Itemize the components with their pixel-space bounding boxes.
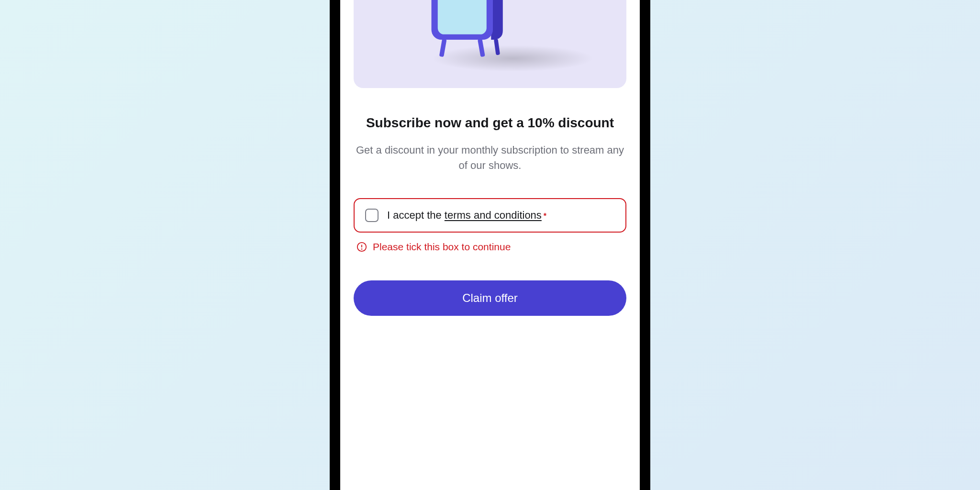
required-asterisk: * [544,212,546,220]
error-message-row: Please tick this box to continue [356,241,626,253]
terms-link[interactable]: terms and conditions [445,209,542,221]
alert-circle-icon [356,242,367,252]
hero-illustration-panel [354,0,626,88]
app-screen: Subscribe now and get a 10% discount Get… [340,0,640,490]
consent-label-wrap: I accept the terms and conditions* [387,209,546,222]
offer-subhead: Get a discount in your monthly subscript… [356,143,624,173]
claim-offer-button[interactable]: Claim offer [354,280,626,316]
accept-terms-checkbox[interactable] [365,209,379,222]
tv-icon [423,0,557,67]
svg-rect-2 [439,38,447,57]
consent-field[interactable]: I accept the terms and conditions* [354,198,626,233]
svg-rect-3 [478,38,485,57]
svg-rect-4 [494,39,500,56]
offer-headline: Subscribe now and get a 10% discount [363,114,617,132]
phone-frame: Subscribe now and get a 10% discount Get… [330,0,650,490]
svg-rect-1 [438,0,487,34]
svg-point-7 [362,249,362,249]
consent-label-prefix: I accept the [387,209,445,221]
error-message-text: Please tick this box to continue [373,241,511,253]
